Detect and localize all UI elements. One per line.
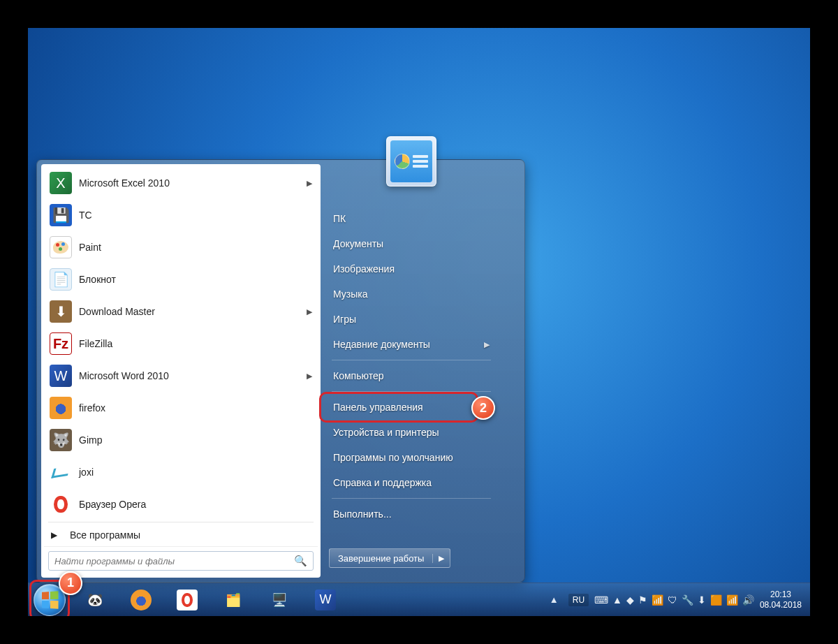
annotation-marker-2: 2: [471, 396, 495, 420]
tray-icon-1[interactable]: ▲: [612, 594, 622, 606]
taskbar-item-devices[interactable]: 🖥️: [257, 585, 302, 615]
recent-programs-list: XMicrosoft Excel 2010▶💾TCPaint📄Блокнот⬇D…: [44, 167, 318, 520]
right-item-label: Музыка: [333, 288, 368, 300]
language-indicator[interactable]: RU: [568, 594, 589, 606]
separator: [332, 391, 491, 392]
right-item-документы[interactable]: Документы: [325, 231, 498, 256]
submenu-arrow-icon: ▶: [307, 372, 312, 381]
windows-logo-icon: [42, 591, 59, 609]
right-item-label: Программы по умолчанию: [333, 452, 453, 463]
right-item-label: Компьютер: [333, 370, 383, 381]
program-item-excel[interactable]: XMicrosoft Excel 2010▶: [44, 167, 318, 199]
program-item-opera[interactable]: Браузер Opera: [44, 488, 318, 520]
tray-icon-5[interactable]: 🛡: [668, 594, 677, 606]
user-picture[interactable]: [386, 136, 436, 186]
program-label: firefox: [79, 402, 105, 414]
taskbar-item-explorer[interactable]: 🗂️: [211, 585, 256, 615]
separator: [332, 498, 491, 499]
program-item-paint[interactable]: Paint: [44, 231, 318, 263]
program-label: Microsoft Excel 2010: [79, 177, 170, 189]
control-panel-icon: [390, 140, 432, 182]
program-item-gimp[interactable]: 🐺Gimp: [44, 424, 318, 456]
taskbar-item-word[interactable]: W: [303, 585, 348, 615]
tray-icon-8[interactable]: 🟧: [710, 594, 722, 606]
program-label: Microsoft Word 2010: [79, 370, 169, 381]
right-item-выполнить-[interactable]: Выполнить...: [325, 502, 498, 527]
right-item-недавние-документы[interactable]: Недавние документы▶: [325, 332, 498, 357]
shutdown-row: Завершение работы ▶: [325, 546, 498, 571]
tray-icon-10[interactable]: 🔊: [742, 594, 754, 606]
right-item-label: Справка и поддержка: [333, 477, 432, 488]
tray-icon-9[interactable]: 📶: [726, 594, 738, 606]
program-label: FileZilla: [79, 338, 112, 349]
search-input[interactable]: [54, 556, 290, 566]
tray-icon-6[interactable]: 🔧: [682, 594, 693, 606]
program-item-filezilla[interactable]: FzFileZilla: [44, 328, 318, 360]
taskbar-item-firefox[interactable]: [119, 585, 163, 615]
tray-icon-3[interactable]: ⚑: [638, 594, 647, 606]
right-item-label: Выполнить...: [333, 508, 392, 520]
shutdown-label: Завершение работы: [330, 553, 432, 564]
shutdown-button[interactable]: Завершение работы ▶: [329, 548, 450, 568]
clock[interactable]: 20:13 08.04.2018: [760, 590, 804, 610]
clock-time: 20:13: [760, 590, 802, 599]
taskbar: 🐼🗂️🖥️W ▲ RU ⌨▲◆⚑📶🛡🔧⬇🟧📶🔊 20:13 08.04.2018: [28, 583, 810, 616]
all-programs-label: Все программы: [70, 529, 140, 541]
program-item-joxi[interactable]: joxi: [44, 456, 318, 488]
tray-icons: ⌨▲◆⚑📶🛡🔧⬇🟧📶🔊: [594, 594, 754, 606]
submenu-arrow-icon: ▶: [484, 340, 490, 349]
right-item-label: ПК: [333, 213, 346, 224]
start-menu: XMicrosoft Excel 2010▶💾TCPaint📄Блокнот⬇D…: [36, 159, 525, 583]
program-item-dm[interactable]: ⬇Download Master▶: [44, 295, 318, 328]
caret-right-icon: ▶: [51, 530, 57, 540]
shutdown-options-arrow[interactable]: ▶: [432, 554, 450, 563]
right-item-label: Игры: [333, 314, 356, 325]
program-label: Браузер Opera: [79, 499, 146, 510]
start-menu-right-pane: ПКДокументыИзображенияМузыкаИгрыНедавние…: [321, 164, 502, 578]
submenu-arrow-icon: ▶: [307, 307, 312, 316]
right-item-музыка[interactable]: Музыка: [325, 281, 498, 307]
system-tray: ▲ RU ⌨▲◆⚑📶🛡🔧⬇🟧📶🔊 20:13 08.04.2018: [545, 590, 804, 610]
right-item-label: Изображения: [333, 263, 395, 275]
tray-icon-4[interactable]: 📶: [652, 594, 663, 606]
desktop: XMicrosoft Excel 2010▶💾TCPaint📄Блокнот⬇D…: [28, 28, 810, 616]
separator: [332, 360, 491, 360]
tray-icon-0[interactable]: ⌨: [594, 594, 608, 606]
right-item-устройства-и-принтеры[interactable]: Устройства и принтеры: [325, 420, 498, 445]
right-item-справка-и-поддержка[interactable]: Справка и поддержка: [325, 470, 498, 495]
right-item-label: Устройства и принтеры: [333, 427, 439, 438]
right-item-компьютер[interactable]: Компьютер: [325, 363, 498, 388]
program-item-tc[interactable]: 💾TC: [44, 199, 318, 231]
right-item-изображения[interactable]: Изображения: [325, 256, 498, 281]
all-programs[interactable]: ▶ Все программы: [44, 524, 318, 546]
right-item-label: Документы: [333, 238, 383, 249]
right-item-label: Недавние документы: [333, 339, 430, 350]
taskbar-item-opera[interactable]: [165, 585, 210, 615]
program-label: Блокнот: [79, 274, 116, 285]
program-item-notepad[interactable]: 📄Блокнот: [44, 263, 318, 295]
right-item-label: Панель управления: [333, 402, 423, 413]
submenu-arrow-icon: ▶: [307, 179, 312, 188]
program-label: Paint: [79, 242, 101, 253]
search-icon[interactable]: 🔍: [294, 555, 307, 567]
tray-icon-2[interactable]: ◆: [626, 594, 634, 606]
program-label: TC: [79, 210, 92, 221]
clock-date: 08.04.2018: [760, 600, 802, 610]
program-label: joxi: [79, 467, 94, 478]
annotation-marker-1: 1: [59, 571, 82, 595]
right-item-пк[interactable]: ПК: [325, 206, 498, 231]
program-label: Gimp: [79, 434, 102, 446]
divider: [48, 522, 314, 522]
program-label: Download Master: [79, 306, 155, 317]
search-box[interactable]: 🔍: [48, 551, 314, 571]
program-item-word[interactable]: WMicrosoft Word 2010▶: [44, 360, 318, 392]
right-item-игры[interactable]: Игры: [325, 307, 498, 332]
right-item-программы-по-умолчанию[interactable]: Программы по умолчанию: [325, 445, 498, 470]
program-item-firefox[interactable]: firefox: [44, 392, 318, 424]
taskbar-pinned-area: 🐼🗂️🖥️W: [73, 585, 348, 615]
tray-overflow-button[interactable]: ▲: [545, 594, 563, 605]
tray-icon-7[interactable]: ⬇: [698, 594, 706, 606]
start-menu-left-pane: XMicrosoft Excel 2010▶💾TCPaint📄Блокнот⬇D…: [41, 164, 321, 578]
search-row: 🔍: [44, 546, 318, 575]
